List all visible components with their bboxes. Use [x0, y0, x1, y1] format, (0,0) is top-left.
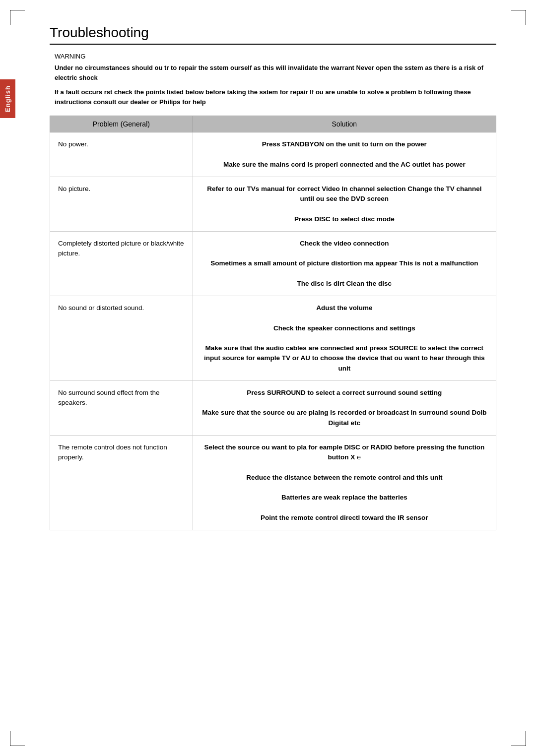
solution-line: Press SURROUND to select a correct surro… — [201, 388, 488, 398]
page-container: English Troubleshooting WARNING Under no… — [0, 0, 536, 756]
problem-cell: No power. — [50, 132, 193, 177]
solution-line: Point the remote control directl toward … — [201, 513, 488, 523]
language-tab: English — [0, 79, 15, 118]
table-row: Completely distorted picture or black/wh… — [50, 231, 496, 296]
table-row: No sound or distorted sound.Adust the vo… — [50, 296, 496, 381]
problem-cell: No picture. — [50, 177, 193, 231]
main-content: Troubleshooting WARNING Under no circums… — [50, 25, 496, 530]
table-row: No surround sound effect from the speake… — [50, 380, 496, 435]
warning-text-1: Under no circumstances should ou tr to r… — [55, 63, 496, 82]
solution-line: Make sure that the audio cables are conn… — [201, 343, 488, 374]
solution-line: Reduce the distance between the remote c… — [201, 473, 488, 483]
corner-mark-bottom-left — [10, 731, 25, 746]
problem-cell: Completely distorted picture or black/wh… — [50, 231, 193, 296]
table-row: No picture.Refer to our TVs manual for c… — [50, 177, 496, 231]
warning-section: WARNING Under no circumstances should ou… — [50, 53, 496, 107]
table-header-row: Problem (General) Solution — [50, 116, 496, 132]
solution-cell: Check the video connectionSometimes a sm… — [193, 231, 496, 296]
problem-cell: No sound or distorted sound. — [50, 296, 193, 381]
title-divider — [50, 44, 496, 45]
problem-cell: No surround sound effect from the speake… — [50, 380, 193, 435]
solution-cell: Refer to our TVs manual for correct Vide… — [193, 177, 496, 231]
solution-line: Adust the volume — [201, 303, 488, 313]
solution-line: Refer to our TVs manual for correct Vide… — [201, 184, 488, 204]
solution-line: Make sure that the source ou are plaing … — [201, 408, 488, 428]
solution-cell: Press SURROUND to select a correct surro… — [193, 380, 496, 435]
solution-line: Press STANDBYON on the unit to turn on t… — [201, 139, 488, 149]
problem-cell: The remote control does not function pro… — [50, 435, 193, 530]
warning-title: WARNING — [55, 53, 496, 60]
solution-line: Batteries are weak replace the batteries — [201, 493, 488, 503]
solution-line: Make sure the mains cord is properl conn… — [201, 160, 488, 170]
page-title: Troubleshooting — [50, 25, 496, 41]
table-row: The remote control does not function pro… — [50, 435, 496, 530]
solution-cell: Select the source ou want to pla for eam… — [193, 435, 496, 530]
corner-mark-top-left — [10, 10, 25, 25]
troubleshoot-table: Problem (General) Solution No power.Pres… — [50, 116, 496, 530]
solution-line: The disc is dirt Clean the disc — [201, 279, 488, 289]
col-solution-header: Solution — [193, 116, 496, 132]
col-problem-header: Problem (General) — [50, 116, 193, 132]
corner-mark-top-right — [511, 10, 526, 25]
solution-line: Check the video connection — [201, 239, 488, 249]
solution-line: Sometimes a small amount of picture dist… — [201, 258, 488, 268]
solution-cell: Press STANDBYON on the unit to turn on t… — [193, 132, 496, 177]
table-row: No power.Press STANDBYON on the unit to … — [50, 132, 496, 177]
corner-mark-bottom-right — [511, 731, 526, 746]
solution-cell: Adust the volumeCheck the speaker connec… — [193, 296, 496, 381]
solution-line: Select the source ou want to pla for eam… — [201, 442, 488, 463]
solution-line: Press DISC to select disc mode — [201, 214, 488, 224]
warning-text-2: If a fault occurs rst check the points l… — [55, 87, 496, 107]
solution-line: Check the speaker connections and settin… — [201, 323, 488, 333]
